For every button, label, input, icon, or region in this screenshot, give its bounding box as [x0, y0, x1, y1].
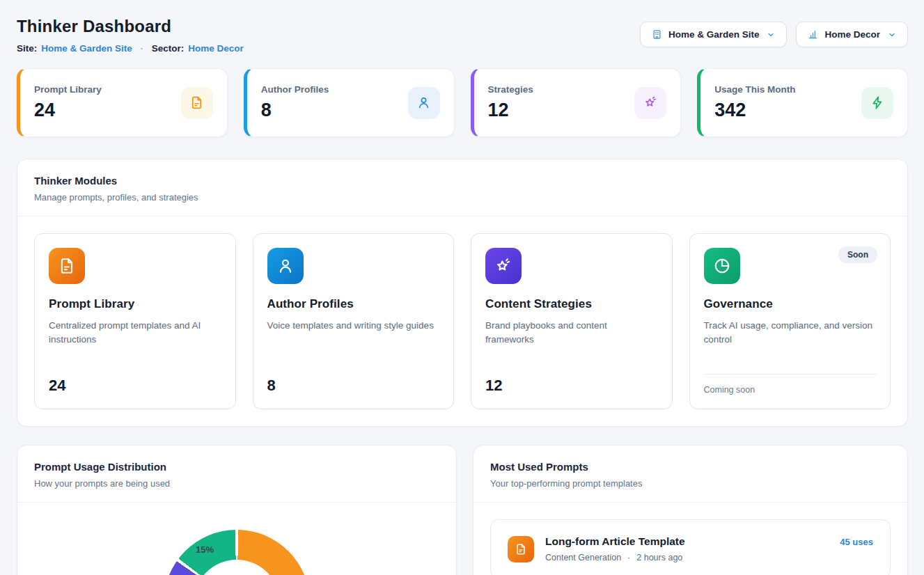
- page-header: Thinker Dashboard Site: Home & Garden Si…: [17, 17, 908, 54]
- bottom-row: Prompt Usage Distribution How your promp…: [17, 445, 908, 575]
- dashboard-page: Thinker Dashboard Site: Home & Garden Si…: [0, 0, 924, 575]
- lightning-icon: [861, 87, 893, 119]
- star-sparkle-icon: [634, 87, 666, 119]
- module-title: Content Strategies: [485, 297, 658, 311]
- prompt-list: Long-form Article Template Content Gener…: [473, 503, 907, 575]
- module-title: Governance: [704, 297, 877, 311]
- prompts-card-title: Most Used Prompts: [490, 461, 891, 473]
- module-count: 12: [485, 377, 658, 395]
- file-icon: [508, 536, 534, 562]
- usage-card-subtitle: How your prompts are being used: [34, 478, 439, 489]
- usage-card-header: Prompt Usage Distribution How your promp…: [17, 446, 456, 502]
- dot-separator: ·: [627, 553, 630, 562]
- chevron-down-icon: [888, 31, 896, 39]
- usage-card-title: Prompt Usage Distribution: [34, 461, 439, 473]
- chevron-down-icon: [767, 31, 775, 39]
- stat-card-author-profiles: Author Profiles 8: [244, 68, 455, 137]
- soon-badge: Soon: [838, 246, 877, 263]
- coming-soon-text: Coming soon: [704, 375, 877, 395]
- usage-distribution-card: Prompt Usage Distribution How your promp…: [17, 445, 457, 575]
- module-description: Track AI usage, compliance, and version …: [704, 319, 877, 347]
- module-title: Prompt Library: [49, 297, 221, 311]
- sector-dropdown-label: Home Decor: [824, 29, 880, 40]
- header-titles: Thinker Dashboard Site: Home & Garden Si…: [17, 17, 244, 54]
- user-icon: [267, 248, 304, 284]
- stat-value: 24: [34, 100, 102, 121]
- module-description: Centralized prompt templates and AI inst…: [49, 319, 221, 347]
- stat-card-strategies: Strategies 12: [471, 68, 682, 137]
- divider: [17, 502, 456, 503]
- prompt-title: Long-form Article Template: [545, 535, 829, 548]
- sector-link[interactable]: Home Decor: [188, 43, 244, 54]
- stat-cards-row: Prompt Library 24 Author Profiles 8 Stra…: [17, 68, 908, 137]
- list-item[interactable]: Long-form Article Template Content Gener…: [490, 519, 891, 575]
- thinker-modules-panel: Thinker Modules Manage prompts, profiles…: [17, 159, 908, 427]
- prompt-category: Content Generation: [545, 553, 621, 562]
- building-icon: [652, 29, 662, 40]
- module-card-content-strategies[interactable]: Content Strategies Brand playbooks and c…: [471, 233, 673, 409]
- modules-panel-header: Thinker Modules Manage prompts, profiles…: [17, 159, 907, 216]
- stat-card-prompt-library: Prompt Library 24: [17, 68, 228, 137]
- module-description: Brand playbooks and content frameworks: [485, 319, 658, 347]
- dot-separator: ·: [141, 44, 143, 54]
- prompts-card-header: Most Used Prompts Your top-performing pr…: [473, 446, 907, 502]
- bar-chart-icon: [808, 29, 818, 40]
- usage-donut: 15%: [164, 530, 310, 575]
- pie-chart-icon: [704, 248, 740, 284]
- modules-panel-title: Thinker Modules: [34, 175, 891, 187]
- site-link[interactable]: Home & Garden Site: [41, 43, 132, 54]
- stat-value: 12: [488, 100, 533, 121]
- uses-count: 45 uses: [840, 535, 873, 547]
- modules-grid: Prompt Library Centralized prompt templa…: [17, 216, 907, 426]
- prompts-card-subtitle: Your top-performing prompt templates: [490, 478, 891, 489]
- file-icon: [49, 248, 85, 284]
- stat-value: 342: [714, 100, 795, 121]
- stat-card-usage: Usage This Month 342: [697, 68, 908, 137]
- user-icon: [408, 87, 440, 119]
- stat-value: 8: [261, 100, 329, 121]
- page-title: Thinker Dashboard: [17, 17, 244, 36]
- stat-label: Author Profiles: [261, 84, 329, 95]
- star-sparkle-icon: [485, 248, 522, 284]
- site-dropdown-button[interactable]: Home & Garden Site: [640, 22, 788, 47]
- stat-label: Usage This Month: [714, 84, 795, 95]
- most-used-prompts-card: Most Used Prompts Your top-performing pr…: [473, 445, 908, 575]
- modules-panel-subtitle: Manage prompts, profiles, and strategies: [34, 192, 891, 203]
- module-card-prompt-library[interactable]: Prompt Library Centralized prompt templa…: [34, 233, 236, 409]
- module-card-author-profiles[interactable]: Author Profiles Voice templates and writ…: [253, 233, 455, 409]
- stat-label: Strategies: [488, 84, 533, 95]
- file-icon: [181, 87, 213, 119]
- module-card-governance[interactable]: Soon Governance Track AI usage, complian…: [689, 233, 891, 409]
- sector-dropdown-button[interactable]: Home Decor: [796, 22, 908, 47]
- module-description: Voice templates and writing style guides: [267, 319, 440, 333]
- site-dropdown-label: Home & Garden Site: [668, 29, 760, 40]
- donut-chart-area: 15%: [17, 530, 456, 575]
- prompt-timestamp: 2 hours ago: [636, 553, 682, 562]
- module-count: 24: [49, 377, 221, 395]
- site-sector-breadcrumb: Site: Home & Garden Site · Sector: Home …: [17, 43, 244, 54]
- donut-slice-label: 15%: [196, 544, 214, 555]
- header-actions: Home & Garden Site Home Decor: [640, 22, 908, 47]
- prompt-meta: Content Generation · 2 hours ago: [545, 553, 829, 562]
- sector-label: Sector:: [152, 43, 185, 54]
- stat-label: Prompt Library: [34, 84, 102, 95]
- site-label: Site:: [17, 43, 37, 54]
- module-count: 8: [267, 377, 440, 395]
- module-title: Author Profiles: [267, 297, 440, 311]
